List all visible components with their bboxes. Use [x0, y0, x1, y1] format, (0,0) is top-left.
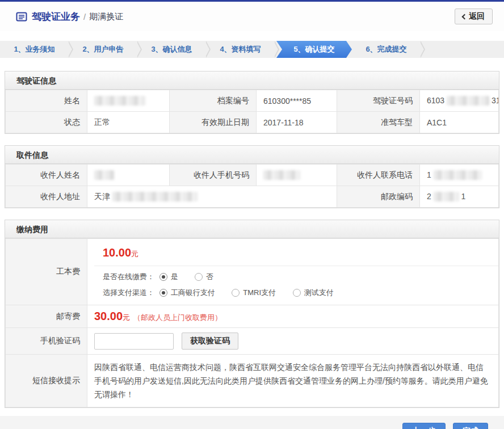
name-label: 姓名 — [6, 90, 87, 112]
file-no-label: 档案编号 — [170, 90, 257, 112]
license-no-prefix: 6103 — [427, 96, 444, 105]
vehicle-class-value: A1C1 — [420, 112, 499, 133]
expiry-label: 有效期止日期 — [170, 112, 257, 133]
pickup-info-title: 取件信息 — [5, 146, 499, 164]
file-no-value: 610300****85 — [257, 90, 337, 112]
step-5-confirm-submit-active[interactable]: 5、确认提交 — [276, 41, 352, 58]
card-fee-value: 10.00元 是否在线缴费： 是 否 选择支付渠道： 工商银行支付 TMRI支付… — [87, 239, 499, 305]
recipient-phone-prefix: 1 — [427, 170, 431, 179]
table-row: 工本费 10.00元 是否在线缴费： 是 否 选择支付渠道： 工商银行支付 TM… — [6, 239, 499, 305]
sms-hint-text: 因陕西省联通、电信运营商技术问题，陕西省互联网交通安全综合服务管理平台无法向持陕… — [87, 355, 499, 407]
step-progress-bar: 1、业务须知 2、用户申告 3、确认信息 4、资料填写 5、确认提交 6、完成提… — [0, 41, 504, 58]
license-info-table: 姓名 档案编号 610300****85 驾驶证号码 6103 3163X 状态… — [5, 90, 499, 133]
recipient-mobile-value — [257, 165, 337, 186]
redacted-value — [112, 192, 198, 201]
radio-checked-icon — [159, 273, 167, 281]
radio-unchecked-icon — [293, 289, 301, 297]
recipient-address-prefix: 天津 — [94, 192, 110, 201]
postage-note: （邮政人员上门收取费用） — [133, 313, 222, 322]
currency-unit: 元 — [123, 313, 130, 322]
step-4-fill-data[interactable]: 4、资料填写 — [206, 41, 275, 58]
step-2-user-declaration[interactable]: 2、用户申告 — [69, 41, 137, 58]
postage-label: 邮寄费 — [6, 305, 87, 328]
postal-code-prefix: 2 — [427, 192, 431, 201]
postal-code-suffix: 1 — [461, 192, 466, 201]
finish-button[interactable]: 完成 — [453, 423, 488, 429]
radio-online-pay-yes[interactable]: 是 — [159, 272, 178, 281]
recipient-address-value: 天津 — [87, 186, 337, 208]
redacted-value — [447, 96, 489, 106]
radio-unchecked-icon — [232, 289, 240, 297]
page-header: 驾驶证业务 / 期满换证 返回 — [0, 2, 504, 31]
sms-code-label: 手机验证码 — [6, 328, 87, 355]
table-row: 姓名 档案编号 610300****85 驾驶证号码 6103 3163X — [6, 90, 499, 112]
page-title: 驾驶证业务 — [32, 10, 80, 23]
card-fee-amount: 10.00 — [103, 246, 131, 259]
radio-channel-tmri[interactable]: TMRI支付 — [232, 288, 276, 297]
sms-code-value-cell: 获取验证码 — [87, 328, 499, 355]
status-value: 正常 — [87, 112, 170, 133]
recipient-mobile-label: 收件人手机号码 — [170, 165, 257, 186]
get-code-button[interactable]: 获取验证码 — [182, 333, 238, 350]
card-fee-label: 工本费 — [6, 239, 87, 305]
table-row: 收件人地址 天津 邮政编码 2 1 — [6, 186, 499, 208]
postage-value: 30.00元（邮政人员上门收取费用） — [87, 305, 499, 328]
radio-channel-test[interactable]: 测试支付 — [293, 288, 334, 297]
currency-unit: 元 — [131, 250, 138, 258]
postal-code-value: 2 1 — [420, 186, 499, 208]
back-button[interactable]: 返回 — [455, 9, 493, 24]
radio-checked-icon — [159, 289, 167, 297]
recipient-phone-label: 收件人联系电话 — [337, 165, 420, 186]
table-row: 手机验证码 获取验证码 — [6, 328, 499, 355]
online-pay-label: 是否在线缴费： — [103, 272, 157, 282]
redacted-value — [94, 170, 114, 180]
radio-label: 否 — [206, 272, 213, 281]
recipient-name-label: 收件人姓名 — [6, 165, 87, 186]
fees-title: 缴纳费用 — [5, 220, 499, 238]
license-info-section: 驾驶证信息 姓名 档案编号 610300****85 驾驶证号码 6103 31… — [5, 71, 499, 134]
license-info-title: 驾驶证信息 — [5, 72, 499, 90]
license-no-suffix: 3163X — [492, 96, 499, 105]
table-row: 收件人姓名 收件人手机号码 收件人联系电话 1 — [6, 165, 499, 186]
pay-channel-row: 选择支付渠道： 工商银行支付 TMRI支付 测试支付 — [94, 282, 498, 305]
step-3-confirm-info[interactable]: 3、确认信息 — [137, 41, 206, 58]
radio-label: 测试支付 — [304, 288, 334, 297]
radio-online-pay-no[interactable]: 否 — [195, 272, 213, 281]
back-button-label: 返回 — [469, 11, 485, 22]
radio-unchecked-icon — [195, 273, 203, 281]
table-row: 邮寄费 30.00元（邮政人员上门收取费用） — [6, 305, 499, 328]
step-1-business-notice[interactable]: 1、业务须知 — [0, 41, 69, 58]
pickup-info-table: 收件人姓名 收件人手机号码 收件人联系电话 1 收件人地址 天津 邮政编码 2 … — [5, 164, 499, 208]
license-no-label: 驾驶证号码 — [337, 90, 420, 112]
sms-hint-label: 短信接收提示 — [6, 355, 87, 407]
breadcrumb-current: 期满换证 — [89, 11, 123, 22]
fees-table: 工本费 10.00元 是否在线缴费： 是 否 选择支付渠道： 工商银行支付 TM… — [5, 238, 499, 407]
postal-code-label: 邮政编码 — [337, 186, 420, 208]
online-pay-row: 是否在线缴费： 是 否 — [94, 266, 498, 282]
previous-step-button[interactable]: 上一步 — [402, 423, 446, 429]
status-label: 状态 — [6, 112, 87, 133]
radio-channel-icbc[interactable]: 工商银行支付 — [159, 288, 215, 297]
name-value — [87, 90, 170, 112]
footer-action-bar: 上一步 完成 — [0, 416, 504, 429]
redacted-value — [94, 96, 145, 106]
table-row: 短信接收提示 因陕西省联通、电信运营商技术问题，陕西省互联网交通安全综合服务管理… — [6, 355, 499, 407]
recipient-address-label: 收件人地址 — [6, 186, 87, 208]
radio-label: 是 — [171, 272, 178, 281]
redacted-value — [263, 170, 300, 180]
expiry-value: 2017-11-18 — [257, 112, 337, 133]
pickup-info-section: 取件信息 收件人姓名 收件人手机号码 收件人联系电话 1 收件人地址 天津 邮政… — [5, 145, 499, 208]
chevron-left-icon — [462, 14, 468, 19]
radio-label: TMRI支付 — [243, 288, 276, 297]
fees-section: 缴纳费用 工本费 10.00元 是否在线缴费： 是 否 选择支付渠道： 工商银行… — [5, 220, 499, 408]
postage-amount: 30.00 — [94, 310, 123, 322]
recipient-phone-value: 1 — [420, 165, 499, 186]
step-6-complete-submit[interactable]: 6、完成提交 — [352, 41, 421, 58]
redacted-value — [434, 192, 459, 201]
recipient-name-value — [87, 165, 170, 186]
radio-label: 工商银行支付 — [171, 288, 215, 297]
table-row: 状态 正常 有效期止日期 2017-11-18 准驾车型 A1C1 — [6, 112, 499, 133]
vehicle-class-label: 准驾车型 — [337, 112, 420, 133]
license-no-value: 6103 3163X — [420, 90, 499, 112]
sms-code-input[interactable] — [94, 333, 174, 350]
